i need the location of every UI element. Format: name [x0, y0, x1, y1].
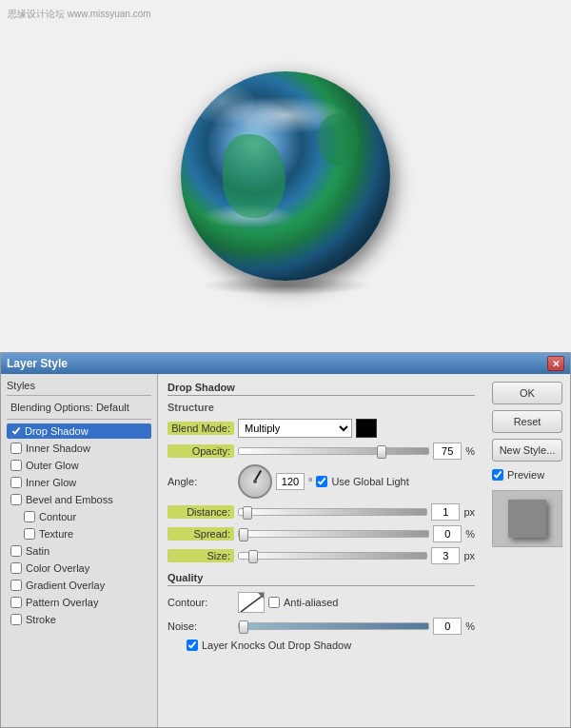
size-label: Size:	[167, 549, 234, 562]
distance-row: Distance: px	[167, 503, 475, 521]
distance-label: Distance:	[167, 505, 234, 519]
noise-row: Noise: %	[167, 618, 475, 635]
size-row: Size: px	[167, 547, 475, 564]
angle-label: Angle:	[167, 476, 234, 487]
sidebar-item-pattern-overlay[interactable]: Pattern Overlay	[7, 595, 151, 610]
ok-button[interactable]: OK	[492, 382, 562, 404]
layer-knocks-checkbox[interactable]	[187, 639, 198, 651]
sidebar-item-bevel-emboss[interactable]: Bevel and Emboss	[7, 492, 151, 507]
dialog-titlebar: Layer Style ✕	[1, 353, 570, 374]
texture-checkbox[interactable]	[24, 528, 35, 540]
preview-checkbox[interactable]	[492, 469, 503, 481]
angle-dial[interactable]	[238, 464, 272, 499]
preview-label: Preview	[507, 469, 544, 481]
quality-section: Quality Contour: Anti-aliased Noise:	[167, 572, 475, 651]
preview-checkbox-row[interactable]: Preview	[492, 469, 562, 481]
stroke-checkbox[interactable]	[10, 614, 22, 625]
styles-title: Styles	[7, 380, 151, 391]
contour-label: Contour:	[167, 597, 234, 608]
spread-row: Spread: %	[167, 525, 475, 542]
sidebar-item-satin[interactable]: Satin	[7, 543, 151, 559]
distance-unit: px	[463, 506, 475, 518]
sidebar-item-gradient-overlay[interactable]: Gradient Overlay	[7, 578, 151, 593]
drop-shadow-effect	[200, 276, 371, 295]
spread-slider[interactable]	[238, 530, 429, 538]
bevel-emboss-label: Bevel and Emboss	[26, 494, 113, 505]
gradient-overlay-checkbox[interactable]	[10, 580, 22, 591]
noise-unit: %	[465, 620, 475, 632]
dialog-body: Styles Blending Options: Default Drop Sh…	[1, 374, 570, 727]
new-style-button[interactable]: New Style...	[492, 439, 562, 462]
blend-mode-label: Blend Mode:	[167, 422, 234, 435]
sidebar-item-color-overlay[interactable]: Color Overlay	[7, 561, 151, 576]
gradient-overlay-label: Gradient Overlay	[26, 580, 105, 591]
layer-knocks-row[interactable]: Layer Knocks Out Drop Shadow	[167, 639, 475, 651]
drop-shadow-label: Drop Shadow	[25, 425, 89, 437]
watermark-text: 思缘设计论坛 www.missyuan.com	[8, 8, 151, 21]
opacity-input[interactable]	[433, 443, 462, 460]
satin-checkbox[interactable]	[10, 545, 22, 557]
contour-preview[interactable]	[238, 592, 265, 613]
sidebar-item-inner-shadow[interactable]: Inner Shadow	[7, 441, 151, 456]
drop-shadow-checkbox[interactable]	[10, 425, 22, 437]
layer-knocks-label: Layer Knocks Out Drop Shadow	[202, 639, 351, 651]
texture-label: Texture	[39, 528, 73, 540]
noise-input[interactable]	[433, 618, 462, 635]
earth-object	[181, 71, 390, 281]
drop-shadow-section-title: Drop Shadow	[167, 382, 475, 396]
layer-style-dialog: Layer Style ✕ Styles Blending Options: D…	[0, 352, 571, 728]
inner-glow-label: Inner Glow	[26, 477, 76, 488]
spread-label: Spread:	[167, 527, 234, 541]
size-input[interactable]	[431, 547, 460, 564]
pattern-overlay-checkbox[interactable]	[10, 597, 22, 608]
anti-aliased-checkbox[interactable]	[268, 597, 280, 608]
angle-degree: °	[308, 476, 312, 487]
canvas-preview: 思缘设计论坛 www.missyuan.com	[0, 0, 571, 352]
reset-button[interactable]: Reset	[492, 410, 562, 433]
noise-slider[interactable]	[238, 622, 429, 630]
angle-input[interactable]	[276, 473, 305, 490]
use-global-light-checkbox[interactable]	[316, 476, 327, 487]
close-button[interactable]: ✕	[547, 356, 564, 371]
opacity-slider[interactable]	[238, 447, 429, 455]
sidebar-item-contour[interactable]: Contour	[7, 509, 151, 524]
size-unit: px	[463, 550, 475, 561]
size-slider[interactable]	[238, 552, 427, 560]
anti-aliased-label: Anti-aliased	[284, 597, 338, 608]
outer-glow-checkbox[interactable]	[10, 460, 22, 471]
blend-mode-select[interactable]: Multiply	[238, 419, 352, 438]
opacity-row: Opacity: %	[167, 443, 475, 460]
blend-mode-row: Blend Mode: Multiply	[167, 419, 475, 438]
inner-glow-checkbox[interactable]	[10, 477, 22, 488]
pattern-overlay-label: Pattern Overlay	[26, 597, 98, 608]
sidebar-item-outer-glow[interactable]: Outer Glow	[7, 458, 151, 473]
outer-glow-label: Outer Glow	[26, 460, 79, 471]
inner-shadow-checkbox[interactable]	[10, 443, 22, 454]
opacity-unit: %	[465, 445, 475, 457]
earth-graphic	[181, 71, 390, 281]
sidebar-item-texture[interactable]: Texture	[7, 526, 151, 541]
blend-color-swatch[interactable]	[356, 419, 377, 438]
preview-thumbnail	[492, 490, 562, 547]
opacity-label: Opacity:	[167, 444, 234, 458]
contour-checkbox[interactable]	[24, 511, 35, 522]
noise-label: Noise:	[167, 620, 234, 632]
color-overlay-checkbox[interactable]	[10, 562, 22, 574]
sidebar-item-stroke[interactable]: Stroke	[7, 612, 151, 627]
spread-input[interactable]	[433, 525, 462, 542]
stroke-label: Stroke	[26, 614, 56, 625]
bevel-emboss-checkbox[interactable]	[10, 494, 22, 505]
preview-thumb-inner	[508, 500, 546, 538]
distance-input[interactable]	[431, 503, 460, 521]
left-panel: Styles Blending Options: Default Drop Sh…	[1, 374, 158, 727]
sidebar-item-inner-glow[interactable]: Inner Glow	[7, 475, 151, 490]
use-global-light-label: Use Global Light	[331, 476, 408, 487]
dialog-title: Layer Style	[7, 357, 68, 370]
contour-label: Contour	[39, 511, 76, 522]
distance-slider[interactable]	[238, 508, 427, 516]
sidebar-item-drop-shadow[interactable]: Drop Shadow	[7, 423, 151, 439]
angle-row: Angle: ° Use Global Light	[167, 464, 475, 499]
blending-options-label[interactable]: Blending Options: Default	[7, 400, 151, 415]
satin-label: Satin	[26, 545, 49, 557]
inner-shadow-label: Inner Shadow	[26, 443, 90, 454]
